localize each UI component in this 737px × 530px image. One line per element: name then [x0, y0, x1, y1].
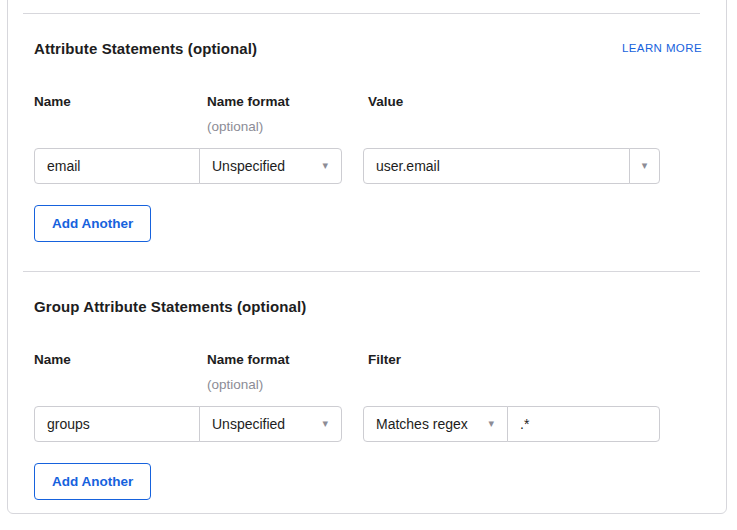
value-dropdown-button[interactable]: ▾: [629, 148, 660, 184]
name-format-optional-label: (optional): [207, 118, 364, 136]
group-attribute-name-input[interactable]: [34, 406, 200, 442]
name-format-select[interactable]: Unspecified ▾: [199, 148, 342, 184]
section-divider: [23, 271, 700, 272]
name-format-selected-value: Unspecified: [212, 158, 285, 174]
chevron-down-icon: ▾: [488, 418, 494, 429]
value-label: Value: [368, 93, 403, 111]
section-header: Attribute Statements (optional) LEARN MO…: [34, 38, 702, 58]
section-header: Group Attribute Statements (optional): [34, 296, 702, 316]
chevron-down-icon: ▾: [642, 160, 648, 171]
filter-combo-field: Matches regex ▾: [363, 406, 660, 442]
value-combo-field: ▾: [363, 148, 660, 184]
value-column-header: Value: [364, 93, 403, 136]
filter-label: Filter: [368, 351, 401, 369]
filter-type-select[interactable]: Matches regex ▾: [363, 406, 508, 442]
name-column-header: Name: [34, 93, 200, 136]
add-another-button[interactable]: Add Another: [34, 205, 151, 242]
attribute-value-input[interactable]: [363, 148, 630, 184]
column-labels-row: Name Name format (optional) Filter: [34, 351, 702, 394]
name-label: Name: [34, 93, 200, 111]
saml-settings-card: Attribute Statements (optional) LEARN MO…: [7, 0, 727, 514]
group-attribute-statements-section: Group Attribute Statements (optional) Na…: [8, 296, 726, 500]
name-format-column-header: Name format (optional): [200, 93, 364, 136]
learn-more-link[interactable]: LEARN MORE: [622, 42, 702, 54]
name-format-optional-label: (optional): [207, 376, 364, 394]
chevron-down-icon: ▾: [322, 160, 328, 171]
filter-type-selected-value: Matches regex: [376, 416, 468, 432]
name-format-select[interactable]: Unspecified ▾: [199, 406, 342, 442]
name-format-label: Name format: [207, 93, 364, 111]
attribute-row: Unspecified ▾ ▾: [34, 148, 702, 184]
section-title: Attribute Statements (optional): [34, 40, 257, 57]
name-format-selected-value: Unspecified: [212, 416, 285, 432]
section-title: Group Attribute Statements (optional): [34, 298, 306, 315]
group-attribute-row: Unspecified ▾ Matches regex ▾: [34, 406, 702, 442]
name-column-header: Name: [34, 351, 200, 394]
attribute-name-input[interactable]: [34, 148, 200, 184]
column-labels-row: Name Name format (optional) Value: [34, 93, 702, 136]
filter-expression-input[interactable]: [507, 406, 660, 442]
attribute-statements-section: Attribute Statements (optional) LEARN MO…: [8, 38, 726, 242]
name-label: Name: [34, 351, 200, 369]
section-divider: [23, 13, 700, 14]
name-format-label: Name format: [207, 351, 364, 369]
chevron-down-icon: ▾: [322, 418, 328, 429]
name-format-column-header: Name format (optional): [200, 351, 364, 394]
filter-column-header: Filter: [364, 351, 401, 394]
add-another-button[interactable]: Add Another: [34, 463, 151, 500]
